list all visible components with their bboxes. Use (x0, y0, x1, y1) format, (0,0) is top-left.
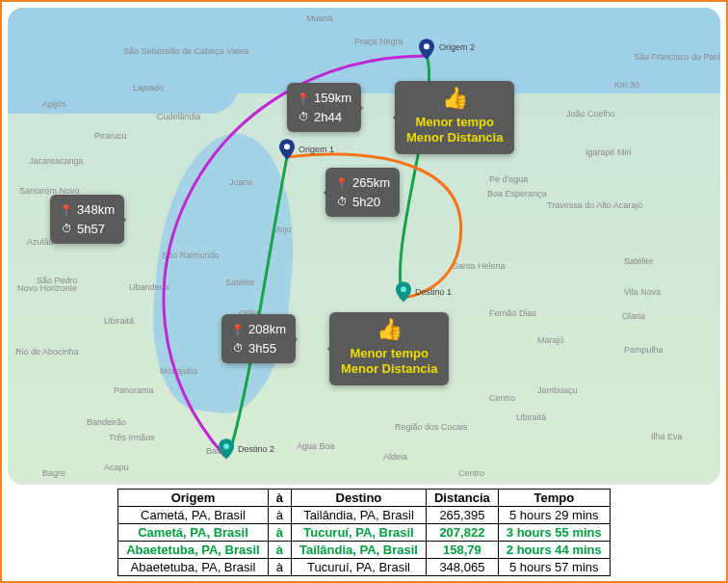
callout-best-top: 👍 Menor tempo Menor Distancia (395, 81, 514, 154)
cell-tempo: 3 hours 55 mins (498, 524, 610, 542)
col-tempo: Tempo (498, 490, 610, 507)
table-row: Cametá, PA, BrasilàTailândia, PA, Brasil… (118, 507, 611, 524)
pin-label-destino1: Destino 1 (415, 287, 452, 297)
svg-point-1 (284, 144, 290, 149)
cell-destino: Tucuruí, PA, Brasil (291, 524, 426, 542)
pin-label-origem1: Origem 1 (299, 145, 334, 154)
col-origem: Origem (118, 490, 268, 507)
col-distancia: Distancia (426, 490, 498, 507)
cell-origem: Cametá, PA, Brasil (118, 507, 268, 524)
pin-destino1 (396, 281, 411, 303)
thumbs-up-icon: 👍 (406, 85, 503, 113)
cell-origem: Abaetetuba, PA, Brasil (118, 559, 268, 576)
pin-label-destino2: Destino 2 (238, 444, 274, 454)
cell-origem: Abaetetuba, PA, Brasil (118, 542, 268, 559)
cell-destino: Tucuruí, PA, Brasil (291, 559, 426, 576)
pin-origem1 (279, 139, 295, 160)
distance-icon: 📍 (60, 202, 73, 219)
svg-point-3 (223, 443, 229, 449)
col-destino: Destino (291, 490, 426, 507)
thumbs-up-icon: 👍 (341, 316, 437, 344)
route-map[interactable]: Muaná Praça Negra São Sebastião de Cabeç… (8, 8, 720, 485)
distance-icon: 📍 (335, 175, 349, 192)
cell-destino: Tailândia, PA, Brasil (291, 542, 426, 559)
cell-a: à (268, 559, 291, 576)
tooltip-route-green-top: 📍159km ⏱2h44 (287, 83, 361, 132)
results-table: Origem à Destino Distancia Tempo Cametá,… (117, 489, 611, 576)
tooltip-route-orange: 📍265km ⏱5h20 (325, 168, 400, 217)
table-row: Abaetetuba, PA, BrasilàTucuruí, PA, Bras… (118, 559, 611, 576)
cell-tempo: 5 hours 29 mins (498, 507, 610, 524)
cell-distancia: 158,79 (426, 542, 498, 559)
cell-tempo: 2 hours 44 mins (498, 542, 610, 559)
pin-destino2 (219, 438, 234, 460)
callout-best-bottom: 👍 Menor tempo Menor Distancia (329, 312, 449, 385)
cell-destino: Tailândia, PA, Brasil (291, 507, 426, 524)
table-header-row: Origem à Destino Distancia Tempo (118, 490, 611, 507)
cell-distancia: 265,395 (426, 507, 498, 524)
cell-a: à (268, 542, 291, 559)
svg-point-0 (424, 43, 429, 49)
tooltip-route-magenta: 📍348km ⏱5h57 (50, 195, 124, 244)
pin-origem2 (419, 39, 434, 60)
distance-icon: 📍 (231, 322, 245, 338)
clock-icon: ⏱ (231, 340, 245, 357)
cell-a: à (268, 507, 291, 524)
table-row: Cametá, PA, BrasilàTucuruí, PA, Brasil20… (118, 524, 611, 542)
clock-icon: ⏱ (297, 109, 310, 125)
col-a: à (268, 490, 291, 507)
svg-point-2 (401, 286, 406, 292)
clock-icon: ⏱ (60, 221, 73, 237)
cell-a: à (268, 524, 291, 542)
pin-label-origem2: Origem 2 (439, 42, 475, 52)
clock-icon: ⏱ (335, 194, 349, 210)
cell-origem: Cametá, PA, Brasil (118, 524, 268, 542)
cell-tempo: 5 hours 57 mins (498, 559, 610, 576)
tooltip-route-green-bottom: 📍208km ⏱3h55 (221, 314, 296, 363)
distance-icon: 📍 (297, 91, 310, 107)
cell-distancia: 207,822 (426, 524, 498, 542)
route-lines (8, 8, 720, 485)
cell-distancia: 348,065 (426, 559, 498, 576)
table-row: Abaetetuba, PA, BrasilàTailândia, PA, Br… (118, 542, 611, 559)
